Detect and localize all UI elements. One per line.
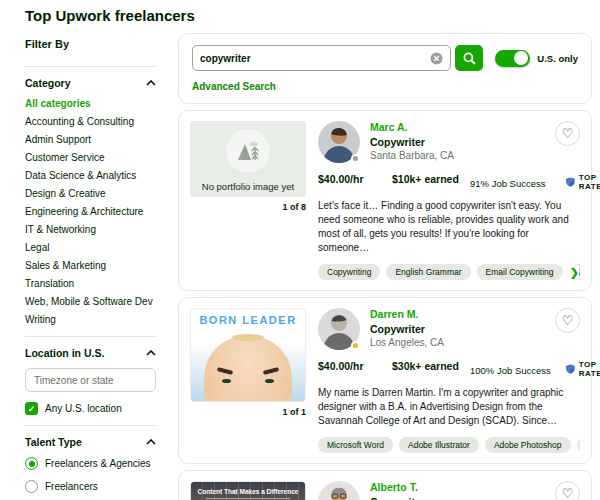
freelancer-header: Alberto T. Copywriter Miami, FL ♡ bbox=[318, 481, 580, 500]
timezone-input[interactable] bbox=[25, 368, 156, 392]
skill-tag[interactable]: Adobe Photoshop bbox=[485, 437, 571, 453]
stats-row: $40.00/hr $10k+ earned 91% Job Success T… bbox=[318, 173, 580, 191]
search-button[interactable] bbox=[455, 45, 483, 71]
save-heart-button[interactable]: ♡ bbox=[555, 121, 580, 146]
category-item[interactable]: Sales & Marketing bbox=[25, 260, 156, 272]
decorative-line bbox=[206, 498, 290, 499]
freelancer-card: BORN LEADER 1 of 1 Darr bbox=[178, 297, 592, 464]
baby-hair bbox=[232, 334, 264, 341]
skill-tag[interactable]: English Grammar bbox=[386, 264, 470, 280]
category-list: All categories Accounting & Consulting A… bbox=[25, 98, 156, 326]
category-item[interactable]: IT & Networking bbox=[25, 224, 156, 236]
location-section-header[interactable]: Location in U.S. bbox=[25, 347, 156, 359]
portfolio-image[interactable]: BORN LEADER bbox=[190, 308, 306, 402]
skill-tag[interactable]: Copywriting bbox=[318, 264, 380, 280]
avatar[interactable] bbox=[318, 308, 360, 350]
category-item[interactable]: All categories bbox=[25, 98, 156, 110]
portfolio-column: Content That Makes a Difference What Mak… bbox=[190, 481, 306, 500]
shield-icon bbox=[566, 175, 575, 189]
filter-by-heading: Filter By bbox=[25, 38, 156, 50]
freelancer-location: Santa Barbara, CA bbox=[370, 150, 555, 161]
freelancer-main: Darren M. Copywriter Los Angeles, CA ♡ $… bbox=[318, 308, 580, 453]
category-section-header[interactable]: Category bbox=[25, 77, 156, 89]
radio-freelancers-agencies[interactable]: Freelancers & Agencies bbox=[25, 457, 156, 470]
top-rated-label: TOP RATED bbox=[579, 173, 600, 191]
portfolio-column: No portfolio image yet 1 of 8 bbox=[190, 121, 306, 280]
freelancer-card: Content That Makes a Difference What Mak… bbox=[178, 470, 592, 500]
hourly-rate-value: $40.00/hr bbox=[318, 360, 392, 372]
us-only-toggle[interactable] bbox=[495, 50, 530, 67]
chevron-up-icon bbox=[146, 439, 156, 445]
top-rated-badge: TOP RATED bbox=[566, 173, 600, 191]
portfolio-count: 1 of 1 bbox=[190, 407, 306, 417]
category-item[interactable]: Accounting & Consulting bbox=[25, 116, 156, 128]
category-item[interactable]: Customer Service bbox=[25, 152, 156, 164]
category-item[interactable]: Translation bbox=[25, 278, 156, 290]
category-item[interactable]: Admin Support bbox=[25, 134, 156, 146]
freelancer-header: Darren M. Copywriter Los Angeles, CA ♡ bbox=[318, 308, 580, 350]
identity-block: Marc A. Copywriter Santa Barbara, CA bbox=[370, 121, 555, 161]
freelancer-bio: My name is Darren Martin. I'm a copywrit… bbox=[318, 386, 580, 428]
freelancer-card: No portfolio image yet 1 of 8 Marc A. Co… bbox=[178, 110, 592, 291]
skill-tags-row: Copywriting English Grammar Email Copywr… bbox=[318, 264, 580, 280]
category-item[interactable]: Writing bbox=[25, 314, 156, 326]
search-input[interactable] bbox=[200, 53, 430, 64]
freelancer-main: Marc A. Copywriter Santa Barbara, CA ♡ $… bbox=[318, 121, 580, 280]
skill-tags-row: Microsoft Word Adobe Illustrator Adobe P… bbox=[318, 437, 580, 453]
tags-overflow-arrow[interactable]: ❯ bbox=[568, 266, 579, 279]
job-success-label: 100% Job Success bbox=[470, 365, 551, 376]
save-heart-button[interactable]: ♡ bbox=[555, 308, 580, 333]
radio-selected-icon[interactable] bbox=[25, 457, 38, 470]
freelancer-header: Marc A. Copywriter Santa Barbara, CA ♡ bbox=[318, 121, 580, 163]
radio-icon[interactable] bbox=[25, 480, 38, 493]
skill-tag[interactable]: Email Copywriting bbox=[477, 264, 563, 280]
skill-tag[interactable]: Adobe Illustrator bbox=[399, 437, 479, 453]
freelancer-title: Copywriter bbox=[370, 496, 555, 500]
category-item[interactable]: Design & Creative bbox=[25, 188, 156, 200]
any-us-location-label: Any U.S. location bbox=[45, 403, 122, 414]
freelancer-bio: Let's face it… Finding a good copywriter… bbox=[318, 199, 580, 255]
portfolio-image[interactable]: Content That Makes a Difference What Mak… bbox=[190, 481, 306, 500]
divider bbox=[25, 66, 156, 67]
location-label: Location in U.S. bbox=[25, 347, 104, 359]
any-us-location-checkbox-row[interactable]: ✓ Any U.S. location bbox=[25, 402, 156, 415]
skill-tag[interactable]: Microsoft Word bbox=[318, 437, 393, 453]
radio-label: Freelancers & Agencies bbox=[45, 458, 151, 469]
radio-freelancers[interactable]: Freelancers bbox=[25, 480, 156, 493]
checkbox-checked-icon[interactable]: ✓ bbox=[25, 402, 38, 415]
image-placeholder-icon bbox=[226, 129, 270, 173]
clear-search-icon[interactable] bbox=[430, 52, 443, 65]
magnifier-icon bbox=[463, 52, 476, 65]
no-portfolio-text: No portfolio image yet bbox=[202, 181, 294, 192]
identity-block: Darren M. Copywriter Los Angeles, CA bbox=[370, 308, 555, 348]
category-item[interactable]: Web, Mobile & Software Dev bbox=[25, 296, 156, 308]
category-item[interactable]: Data Science & Analytics bbox=[25, 170, 156, 182]
baby-eye bbox=[222, 379, 231, 383]
search-input-wrap[interactable] bbox=[192, 45, 451, 71]
portfolio-image-title: BORN LEADER bbox=[191, 314, 305, 326]
identity-block: Alberto T. Copywriter Miami, FL bbox=[370, 481, 555, 500]
divider bbox=[25, 425, 156, 426]
save-heart-button[interactable]: ♡ bbox=[555, 481, 580, 500]
filter-sidebar: Filter By Category All categories Accoun… bbox=[25, 38, 156, 500]
category-item[interactable]: Legal bbox=[25, 242, 156, 254]
search-card: U.S. only Advanced Search bbox=[178, 33, 592, 104]
avatar[interactable] bbox=[318, 121, 360, 163]
skill-tag[interactable]: Adobe InDesign bbox=[577, 437, 581, 453]
freelancer-main: Alberto T. Copywriter Miami, FL ♡ $35.00… bbox=[318, 481, 580, 500]
status-dot bbox=[351, 154, 360, 163]
advanced-search-link[interactable]: Advanced Search bbox=[192, 81, 276, 92]
freelancer-name-link[interactable]: Alberto T. bbox=[370, 481, 555, 493]
portfolio-image-art: Content That Makes a Difference bbox=[191, 482, 305, 500]
avatar[interactable] bbox=[318, 481, 360, 500]
top-rated-badge: TOP RATED bbox=[566, 360, 600, 378]
baby-eye bbox=[265, 379, 274, 383]
portfolio-placeholder[interactable]: No portfolio image yet bbox=[190, 121, 306, 197]
freelancer-name-link[interactable]: Marc A. bbox=[370, 121, 555, 133]
category-item[interactable]: Engineering & Architecture bbox=[25, 206, 156, 218]
portfolio-column: BORN LEADER 1 of 1 bbox=[190, 308, 306, 453]
portfolio-count: 1 of 8 bbox=[190, 202, 306, 212]
freelancer-name-link[interactable]: Darren M. bbox=[370, 308, 555, 320]
earned-value: $30k+ earned bbox=[392, 360, 470, 372]
talent-type-section-header[interactable]: Talent Type bbox=[25, 436, 156, 448]
